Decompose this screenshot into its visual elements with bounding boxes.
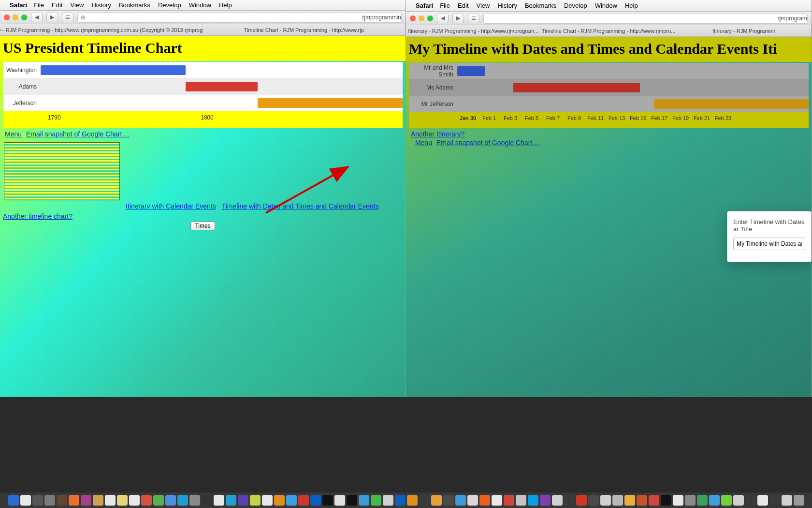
menu-develop[interactable]: Develop (158, 1, 181, 9)
dock-app-icon[interactable] (492, 495, 502, 506)
dock-app-icon[interactable] (202, 495, 212, 506)
dock-app-icon[interactable] (709, 495, 720, 506)
sidebar-button[interactable]: ☰ (468, 14, 479, 23)
zoom-icon[interactable] (21, 15, 27, 20)
dock-app-icon[interactable] (322, 495, 333, 506)
tab-3[interactable]: Itinerary - RJM Programmi (676, 25, 812, 36)
timeline-bar[interactable] (258, 98, 403, 108)
dock-app-icon[interactable] (395, 495, 406, 506)
dock-app-icon[interactable] (443, 495, 454, 506)
dock-app-icon[interactable] (310, 495, 321, 506)
url-bar[interactable]: ⊕ rjmprogrammin (77, 12, 402, 23)
dock-app-icon[interactable] (721, 495, 732, 506)
minimize-icon[interactable] (13, 15, 18, 20)
menu-help[interactable]: Help (625, 2, 638, 9)
another-itinerary-link[interactable]: Another Itinerary? (411, 130, 464, 138)
dock-app-icon[interactable] (479, 495, 490, 506)
tab-2[interactable]: Timeline Chart - RJM Programming - http:… (541, 25, 677, 36)
add-icon[interactable]: ⊕ (81, 14, 86, 21)
forward-button[interactable]: ▶ (452, 14, 464, 23)
dock-app-icon[interactable] (298, 495, 309, 506)
menu-link[interactable]: Menu (5, 130, 22, 138)
dock-app-icon[interactable] (69, 495, 79, 506)
dock-app-icon[interactable] (383, 495, 393, 506)
app-name[interactable]: Safari (10, 1, 27, 9)
dock-app-icon[interactable] (600, 495, 611, 506)
dock-app-icon[interactable] (334, 495, 345, 506)
minimize-icon[interactable] (419, 15, 424, 21)
dock-app-icon[interactable] (431, 495, 442, 506)
dock-app-icon[interactable] (782, 495, 792, 506)
dock-app-icon[interactable] (105, 495, 116, 506)
back-button[interactable]: ◀ (437, 14, 449, 23)
tab-2[interactable]: Timeline Chart - RJM Programming - http:… (203, 24, 406, 35)
back-button[interactable]: ◀ (31, 13, 43, 22)
menu-bookmarks[interactable]: Bookmarks (119, 1, 150, 9)
dock-app-icon[interactable] (794, 495, 804, 506)
dock-app-icon[interactable] (141, 495, 152, 506)
dock-app-icon[interactable] (57, 495, 67, 506)
dock-app-icon[interactable] (214, 495, 224, 506)
menu-link[interactable]: Menu (415, 139, 432, 147)
dock-app-icon[interactable] (757, 495, 768, 506)
email-link[interactable]: Email snapshot of Google Chart ... (436, 139, 540, 147)
timeline-bar[interactable] (457, 66, 485, 76)
email-link[interactable]: Email snapshot of Google Chart ... (26, 130, 130, 138)
prompt-input[interactable] (733, 238, 805, 250)
dock-app-icon[interactable] (685, 495, 696, 506)
dock-app-icon[interactable] (32, 495, 43, 506)
times-button[interactable]: Times (190, 222, 215, 230)
dock-app-icon[interactable] (697, 495, 708, 506)
dock-app-icon[interactable] (733, 495, 744, 506)
close-icon[interactable] (410, 15, 416, 21)
timeline-bar[interactable] (654, 99, 809, 109)
dock-app-icon[interactable] (769, 495, 780, 506)
dock-app-icon[interactable] (81, 495, 91, 506)
dock-app-icon[interactable] (153, 495, 164, 506)
menu-help[interactable]: Help (219, 1, 232, 9)
dock-app-icon[interactable] (20, 495, 31, 506)
timeline-bar[interactable] (186, 82, 258, 91)
itinerary-link[interactable]: Itinerary with Calendar Events (126, 202, 216, 210)
dock-app-icon[interactable] (673, 495, 683, 506)
timeline-link[interactable]: Timeline with Dates and Times and Calend… (222, 202, 379, 210)
sidebar-button[interactable]: ☰ (62, 13, 73, 22)
dock-app-icon[interactable] (238, 495, 248, 506)
dock-app-icon[interactable] (624, 495, 635, 506)
menu-edit[interactable]: Edit (458, 2, 468, 9)
timeline-bar[interactable] (41, 65, 186, 75)
menu-file[interactable]: File (34, 1, 44, 9)
dock-app-icon[interactable] (274, 495, 285, 506)
menu-bookmarks[interactable]: Bookmarks (525, 2, 556, 9)
dock-app-icon[interactable] (359, 495, 369, 506)
forward-button[interactable]: ▶ (46, 13, 58, 22)
menu-window[interactable]: Window (189, 1, 211, 9)
dock-app-icon[interactable] (649, 495, 659, 506)
menu-edit[interactable]: Edit (52, 1, 62, 9)
dock-app-icon[interactable] (637, 495, 647, 506)
dock[interactable] (0, 493, 812, 508)
dock-app-icon[interactable] (661, 495, 671, 506)
dock-app-icon[interactable] (371, 495, 381, 506)
menu-view[interactable]: View (71, 1, 84, 9)
dock-app-icon[interactable] (250, 495, 261, 506)
dock-app-icon[interactable] (504, 495, 514, 506)
dock-app-icon[interactable] (177, 495, 188, 506)
menu-history[interactable]: History (497, 2, 517, 9)
dock-app-icon[interactable] (612, 495, 623, 506)
dock-app-icon[interactable] (8, 495, 19, 506)
menu-develop[interactable]: Develop (564, 2, 587, 9)
dock-app-icon[interactable] (552, 495, 563, 506)
dock-app-icon[interactable] (588, 495, 599, 506)
dock-app-icon[interactable] (455, 495, 466, 506)
dock-app-icon[interactable] (117, 495, 128, 506)
menu-view[interactable]: View (477, 2, 490, 9)
dock-app-icon[interactable] (516, 495, 526, 506)
dock-app-icon[interactable] (347, 495, 357, 506)
menu-file[interactable]: File (440, 2, 450, 9)
dock-app-icon[interactable] (286, 495, 297, 506)
dock-app-icon[interactable] (129, 495, 140, 506)
dock-app-icon[interactable] (419, 495, 430, 506)
dock-app-icon[interactable] (44, 495, 55, 506)
dock-app-icon[interactable] (564, 495, 575, 506)
